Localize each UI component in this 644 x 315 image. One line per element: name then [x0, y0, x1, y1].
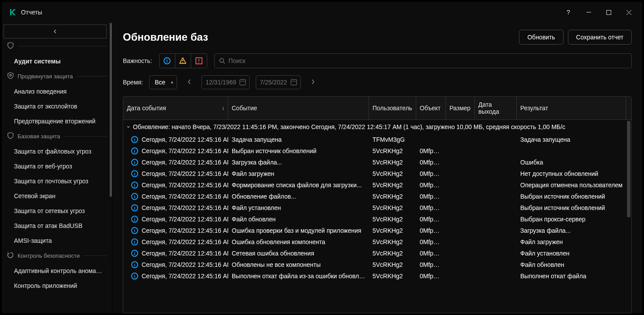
search-icon	[219, 58, 225, 64]
info-icon	[131, 216, 138, 223]
sidebar-item[interactable]: Защита от почтовых угроз	[2, 174, 112, 189]
shield2-icon	[7, 72, 14, 80]
app-logo-icon	[9, 8, 17, 16]
save-report-button[interactable]: Сохранить отчет	[568, 30, 632, 45]
info-icon	[131, 136, 138, 143]
calendar-icon	[291, 79, 297, 85]
svg-point-8	[182, 62, 183, 63]
events-table: Дата события↓ Событие Пользователь Объек…	[123, 96, 632, 313]
col-result[interactable]: Результат	[517, 97, 626, 119]
sidebar-section-header: Базовая защита	[7, 132, 107, 140]
sidebar-item[interactable]: Защита от файловых угроз	[2, 144, 112, 159]
date-to-field[interactable]: 7/25/2022	[256, 75, 300, 89]
sidebar-section-header: Контроль безопасности	[7, 252, 107, 260]
sidebar: Аудит системыПродвинутая защитаАнализ по…	[2, 23, 112, 313]
sidebar-section-header	[7, 42, 107, 50]
col-date[interactable]: Дата события↓	[123, 97, 228, 119]
severity-info-toggle[interactable]: i	[160, 54, 175, 68]
table-row[interactable]: Сегодня, 7/24/2022 12:45:16 AM Сетевая о…	[123, 248, 631, 259]
search-box[interactable]	[214, 53, 632, 68]
sidebar-item[interactable]: Адаптивный контроль аномалий	[2, 263, 112, 278]
expand-icon: ›	[125, 126, 132, 128]
sidebar-section-header: Продвинутая защита	[7, 72, 107, 80]
info-icon	[131, 159, 138, 166]
sidebar-item[interactable]: Контроль приложений	[2, 278, 112, 293]
sort-desc-icon: ↓	[222, 105, 224, 111]
sidebar-collapse-button[interactable]	[3, 24, 107, 38]
info-icon	[131, 261, 138, 268]
group-row[interactable]: › Обновление: начато Вчера, 7/23/2022 11…	[123, 120, 631, 134]
spinner-icon	[7, 252, 14, 260]
info-icon	[131, 204, 138, 211]
date-next-button[interactable]	[307, 79, 319, 86]
sidebar-item[interactable]: Защита от сетевых угроз	[2, 203, 112, 218]
sidebar-scrollbar[interactable]	[110, 23, 112, 197]
sidebar-item[interactable]: AMSI-защита	[2, 233, 112, 248]
table-row[interactable]: Сегодня, 7/24/2022 12:45:16 AM Загрузка …	[123, 157, 631, 168]
sidebar-item[interactable]: Аудит системы	[2, 54, 112, 69]
info-icon	[131, 193, 138, 200]
sidebar-item[interactable]: Анализ поведения	[2, 84, 112, 99]
chevron-left-icon	[53, 29, 57, 34]
svg-text:i: i	[167, 58, 168, 63]
table-row[interactable]: Сегодня, 7/24/2022 12:45:16 AM Выбран ис…	[123, 145, 631, 157]
shield-icon	[7, 42, 14, 50]
search-input[interactable]	[229, 57, 627, 64]
info-icon	[131, 273, 138, 280]
svg-rect-1	[606, 10, 611, 14]
info-icon	[131, 250, 138, 257]
maximize-button[interactable]	[599, 5, 619, 19]
info-icon	[131, 227, 138, 234]
info-icon	[131, 238, 138, 245]
table-row[interactable]: Сегодня, 7/24/2022 12:45:16 AM Формирова…	[123, 179, 631, 191]
info-icon	[131, 147, 138, 154]
sidebar-item[interactable]: Защита от атак BadUSB	[2, 218, 112, 233]
date-prev-button[interactable]	[183, 79, 195, 86]
sidebar-item[interactable]: Сетевой экран	[2, 189, 112, 203]
time-mode-select[interactable]: Все	[149, 75, 177, 89]
table-row[interactable]: Сегодня, 7/24/2022 12:45:16 AM Ошибка пр…	[123, 225, 631, 236]
col-size[interactable]: Размер	[446, 97, 475, 119]
table-row[interactable]: Сегодня, 7/24/2022 12:45:16 AM Задача за…	[123, 134, 631, 145]
col-event[interactable]: Событие	[228, 97, 369, 119]
severity-filter-group: i	[159, 53, 207, 68]
severity-label: Важность:	[123, 57, 152, 64]
table-row[interactable]: Сегодня, 7/24/2022 12:45:16 AM Файл уста…	[123, 202, 631, 214]
table-scrollbar[interactable]	[627, 121, 630, 217]
table-row[interactable]: Сегодня, 7/24/2022 12:45:16 AM Ошибка об…	[123, 236, 631, 248]
table-row[interactable]: Сегодня, 7/24/2022 12:45:16 AM Обновлены…	[123, 259, 631, 270]
minimize-button[interactable]	[578, 5, 599, 19]
info-icon	[131, 170, 138, 177]
page-title: Обновление баз	[123, 31, 515, 43]
sidebar-item[interactable]: Защита от эксплойтов	[2, 99, 112, 114]
info-icon	[131, 182, 138, 189]
titlebar: Отчеты ?	[2, 2, 642, 23]
svg-point-4	[10, 74, 11, 76]
sidebar-item[interactable]: Предотвращение вторжений	[2, 114, 112, 129]
table-row[interactable]: Сегодня, 7/24/2022 12:45:16 AM Выполнен …	[123, 270, 631, 282]
refresh-button[interactable]: Обновить	[519, 30, 563, 45]
severity-warning-toggle[interactable]	[175, 54, 191, 68]
time-label: Время:	[123, 79, 143, 86]
table-header: Дата события↓ Событие Пользователь Объек…	[123, 97, 631, 120]
svg-line-13	[223, 62, 225, 63]
svg-point-11	[198, 62, 199, 63]
table-row[interactable]: Сегодня, 7/24/2022 12:45:16 AM Файл загр…	[123, 168, 631, 179]
window-title: Отчеты	[21, 9, 558, 16]
calendar-icon	[240, 79, 246, 85]
shield-icon	[7, 132, 14, 140]
close-button[interactable]	[619, 5, 639, 19]
col-user[interactable]: Пользователь	[369, 97, 416, 119]
table-row[interactable]: Сегодня, 7/24/2022 12:45:16 AM Файл обно…	[123, 214, 631, 225]
help-button[interactable]: ?	[558, 5, 578, 19]
col-object[interactable]: Объект	[416, 97, 446, 119]
sidebar-item[interactable]: Защита от веб-угроз	[2, 159, 112, 174]
severity-critical-toggle[interactable]	[191, 54, 207, 68]
svg-point-12	[219, 59, 223, 63]
table-row[interactable]: Сегодня, 7/24/2022 12:45:16 AM Обновлени…	[123, 191, 631, 202]
date-from-field[interactable]: 12/31/1969	[202, 75, 250, 89]
col-exit[interactable]: Дата выхода	[475, 97, 517, 119]
